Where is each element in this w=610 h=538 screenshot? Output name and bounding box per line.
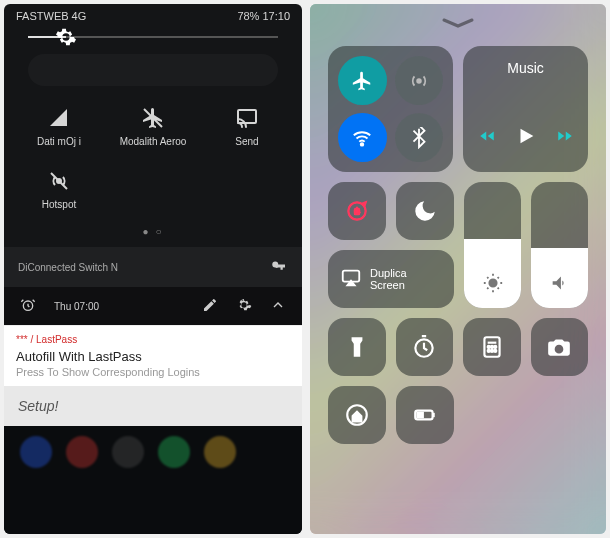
- chevron-down-icon[interactable]: [440, 16, 476, 34]
- home-button[interactable]: [328, 386, 386, 444]
- key-icon: [270, 257, 288, 277]
- android-home-blur: [4, 426, 302, 534]
- svg-point-19: [494, 350, 496, 352]
- gear-icon[interactable]: [236, 297, 252, 315]
- tile-mobile-data[interactable]: Dati mOj i: [12, 100, 106, 153]
- music-label: Music: [507, 60, 544, 76]
- svg-point-16: [494, 346, 496, 348]
- android-quick-settings: FASTWEB 4G 78% 17:10 Dati mOj i: [4, 4, 302, 534]
- calculator-button[interactable]: [463, 318, 521, 376]
- alarm-label: Thu 07:00: [54, 301, 99, 312]
- svg-point-10: [489, 279, 496, 286]
- page-dots: ● ○: [4, 216, 302, 247]
- tile-cast[interactable]: Send: [200, 100, 294, 153]
- notification-subtitle: Press To Show Corresponding Logins: [16, 366, 290, 378]
- rewind-icon[interactable]: [477, 127, 497, 149]
- svg-point-14: [487, 346, 489, 348]
- airplane-toggle[interactable]: [338, 56, 387, 105]
- settings-footer: Thu 07:00: [4, 287, 302, 325]
- setup-button[interactable]: Setup!: [4, 386, 302, 426]
- status-bar: FASTWEB 4G 78% 17:10: [4, 4, 302, 26]
- quick-settings-grid: Dati mOj i Modalith Aeroo Send Hotspot: [4, 96, 302, 216]
- wifi-toggle[interactable]: [338, 113, 387, 162]
- do-not-disturb-toggle[interactable]: [396, 182, 454, 240]
- tile-label: Send: [235, 136, 258, 147]
- airplay-icon: [340, 267, 362, 291]
- gear-icon[interactable]: [55, 26, 77, 48]
- notification-card[interactable]: *** / LastPass Autofill With LastPass Pr…: [4, 325, 302, 386]
- flashlight-toggle[interactable]: [328, 318, 386, 376]
- svg-point-5: [417, 79, 421, 83]
- rotation-lock-toggle[interactable]: [328, 182, 386, 240]
- connected-device-row[interactable]: DiConnected Switch N: [4, 247, 302, 287]
- carrier-label: FASTWEB 4G: [16, 10, 86, 22]
- svg-rect-8: [355, 209, 359, 214]
- ios-control-center: Music: [310, 4, 606, 534]
- brightness-slider[interactable]: [464, 182, 521, 308]
- volume-slider[interactable]: [531, 182, 588, 308]
- brightness-slider[interactable]: [4, 26, 302, 46]
- svg-point-18: [491, 350, 493, 352]
- cast-icon: [235, 106, 259, 130]
- hotspot-off-icon: [47, 169, 71, 193]
- screen-mirroring-button[interactable]: Duplica Screen: [328, 250, 454, 308]
- chevron-up-icon[interactable]: [270, 297, 286, 315]
- svg-point-6: [361, 143, 364, 146]
- playback-controls: [477, 124, 575, 152]
- svg-rect-1: [238, 110, 256, 123]
- connected-device-label: DiConnected Switch N: [18, 262, 118, 273]
- brightness-icon: [482, 272, 504, 298]
- status-right: 78% 17:10: [237, 10, 290, 22]
- airplane-off-icon: [141, 106, 165, 130]
- screen-mirroring-label: Duplica Screen: [370, 267, 442, 291]
- svg-point-15: [491, 346, 493, 348]
- notification-title: Autofill With LastPass: [16, 349, 290, 364]
- edit-icon[interactable]: [202, 297, 218, 315]
- search-shortcut[interactable]: [28, 54, 278, 86]
- tile-hotspot[interactable]: Hotspot: [12, 163, 106, 216]
- volume-icon: [549, 272, 571, 298]
- connectivity-card: [328, 46, 453, 172]
- cellular-toggle[interactable]: [395, 56, 444, 105]
- notification-app: *** / LastPass: [16, 334, 290, 345]
- tile-label: Modalith Aeroo: [120, 136, 187, 147]
- alarm-icon: [20, 297, 36, 315]
- svg-point-17: [487, 350, 489, 352]
- timer-button[interactable]: [396, 318, 454, 376]
- forward-icon[interactable]: [555, 127, 575, 149]
- low-power-toggle[interactable]: [396, 386, 454, 444]
- bluetooth-toggle[interactable]: [395, 113, 444, 162]
- signal-icon: [47, 106, 71, 130]
- tile-label: Dati mOj i: [37, 136, 81, 147]
- tile-airplane[interactable]: Modalith Aeroo: [106, 100, 200, 153]
- music-card[interactable]: Music: [463, 46, 588, 172]
- play-icon[interactable]: [515, 124, 537, 152]
- tile-label: Hotspot: [42, 199, 76, 210]
- camera-button[interactable]: [531, 318, 589, 376]
- svg-rect-22: [417, 413, 422, 417]
